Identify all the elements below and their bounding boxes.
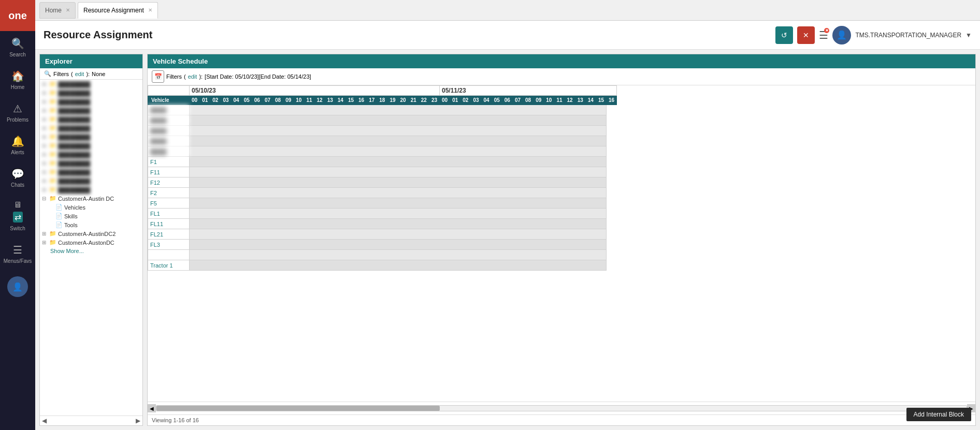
- hour-08-2: 08: [523, 96, 534, 105]
- vehicle-row-fl3[interactable]: FL3: [148, 240, 617, 250]
- schedule-filter-value: [Start Date: 05/10/23][End Date: 05/14/2…: [205, 73, 311, 80]
- hour-13: 13: [325, 96, 335, 105]
- user-avatar-sidebar[interactable]: 👤: [7, 276, 28, 297]
- tab-resource-close[interactable]: ✕: [148, 7, 152, 13]
- tree-item-show-more[interactable]: Show More...: [40, 247, 142, 255]
- content-area: Explorer 🔍 Filters (edit): None ⊞ 📁 ████…: [35, 50, 980, 430]
- warning-icon: ⚠: [13, 102, 22, 115]
- vehicle-cell-blurred-2: ████: [148, 115, 190, 126]
- vehicle-row-blurred-2: ████: [148, 115, 617, 126]
- tab-home[interactable]: Home ✕: [39, 2, 76, 19]
- date2-cell: 05/11/23: [440, 86, 617, 96]
- sidebar-item-alerts[interactable]: 🔔 Alerts: [0, 129, 35, 161]
- explorer-filter-edit[interactable]: edit: [75, 71, 84, 77]
- vehicle-row-blurred-5: ████: [148, 146, 617, 157]
- expander-austin2: ⊞: [42, 231, 49, 236]
- schedule-filter-label: Filters: [166, 73, 182, 80]
- hour-19: 19: [387, 96, 398, 105]
- hour-07: 07: [262, 96, 272, 105]
- hour-16-2: 16: [607, 96, 617, 105]
- scroll-left-arrow[interactable]: ◀: [42, 417, 47, 424]
- hour-05: 05: [241, 96, 252, 105]
- vehicle-row-tractor1[interactable]: Tractor 1: [148, 260, 617, 271]
- doc-icon-skills: 📄: [55, 213, 63, 219]
- vehicle-row-fl21[interactable]: FL21: [148, 229, 617, 240]
- tree-item-tools[interactable]: 📄 Tools: [40, 220, 142, 229]
- scroll-left-btn[interactable]: ◀: [148, 404, 156, 412]
- tree-item-customerA-austin[interactable]: ⊟ 📁 CustomerA-Austin DC: [40, 194, 142, 203]
- user-avatar[interactable]: 👤: [832, 26, 851, 45]
- vehicle-row-f2[interactable]: F2: [148, 188, 617, 198]
- schedule-filter-edit[interactable]: edit: [188, 73, 197, 80]
- folder-icon: 📁: [49, 125, 56, 131]
- schedule-footer: Viewing 1-16 of 16 Add Internal Block: [148, 414, 975, 425]
- sidebar-item-label-alerts: Alerts: [11, 150, 24, 155]
- folder-icon: 📁: [49, 116, 56, 123]
- date-header-row: 05/10/23 05/11/23: [148, 86, 617, 96]
- folder-icon: 📁: [49, 98, 56, 105]
- explorer-title: Explorer: [45, 57, 73, 65]
- hour-14-2: 14: [585, 96, 596, 105]
- close-button[interactable]: ✕: [797, 26, 815, 44]
- notifications-button[interactable]: ☰ ★: [819, 29, 828, 41]
- scrollbar-track[interactable]: [156, 405, 967, 411]
- horizontal-scrollbar[interactable]: ◀ ▶: [148, 402, 975, 414]
- hour-00: 00: [190, 96, 200, 105]
- expander-icon: ⊞: [42, 169, 49, 175]
- scroll-right-arrow[interactable]: ▶: [136, 417, 140, 424]
- vehicle-row-fl1[interactable]: FL1: [148, 209, 617, 219]
- vehicle-cell-blurred-3: ████: [148, 126, 190, 136]
- time-grid[interactable]: 05/10/23 05/11/23 Vehicle 00 01 02 03 04…: [148, 85, 975, 402]
- add-internal-block-button[interactable]: Add Internal Block: [906, 408, 971, 421]
- tree-item-skills[interactable]: 📄 Skills: [40, 212, 142, 220]
- vehicle-row-fl11[interactable]: FL11: [148, 219, 617, 229]
- folder-icon: 📁: [49, 169, 56, 175]
- folder-icon: 📁: [49, 177, 56, 184]
- search-icon: 🔍: [11, 37, 24, 50]
- user-dropdown-arrow[interactable]: ▼: [965, 32, 972, 39]
- tab-resource-label: Resource Assignment: [83, 7, 144, 14]
- hour-09-2: 09: [534, 96, 544, 105]
- hour-13-2: 13: [575, 96, 585, 105]
- calendar-icon[interactable]: 📅: [152, 70, 164, 83]
- expander-icon: ⊞: [42, 108, 49, 113]
- sidebar-item-home[interactable]: 🏠 Home: [0, 64, 35, 96]
- schedule-panel: Vehicle Schedule 📅 Filters (edit): [Star…: [147, 54, 976, 426]
- tree-item-vehicles[interactable]: 📄 Vehicles: [40, 203, 142, 212]
- folder-icon: 📁: [49, 160, 56, 167]
- vehicle-name-f5: F5: [148, 198, 190, 209]
- sidebar-item-menus[interactable]: ☰ Menus/Favs: [0, 238, 35, 270]
- sidebar-item-chats[interactable]: 💬 Chats: [0, 161, 35, 194]
- expander-icon-austin: ⊟: [42, 196, 49, 201]
- expander-icon: ⊞: [42, 143, 49, 149]
- explorer-filter-value: None: [92, 71, 105, 77]
- tree-item-customerA-austin2[interactable]: ⊞ 📁 CustomerA-AustinDC2: [40, 229, 142, 238]
- vehicle-row-f1[interactable]: F1: [148, 157, 617, 167]
- tab-home-close[interactable]: ✕: [66, 7, 70, 13]
- vehicle-name-fl3: FL3: [148, 240, 190, 250]
- hour-11-2: 11: [554, 96, 565, 105]
- expander-icon: ⊞: [42, 116, 49, 122]
- folder-icon: 📁: [49, 134, 56, 140]
- tab-resource-assignment[interactable]: Resource Assignment ✕: [78, 2, 158, 19]
- vehicle-row-blurred-1: ████: [148, 105, 617, 115]
- hour-23: 23: [429, 96, 439, 105]
- vehicle-row-f11[interactable]: F11: [148, 167, 617, 177]
- app-logo[interactable]: one: [0, 0, 35, 31]
- refresh-button[interactable]: ↺: [775, 26, 793, 44]
- expander-icon: ⊞: [42, 99, 49, 105]
- vehicle-row-f5[interactable]: F5: [148, 198, 617, 209]
- hour-07-2: 07: [512, 96, 523, 105]
- vehicle-name-f1: F1: [148, 157, 190, 167]
- sidebar-item-switch[interactable]: 🖥 ⇄ Switch: [0, 194, 35, 238]
- vehicle-row-f12[interactable]: F12: [148, 177, 617, 188]
- vehicle-name-f11: F11: [148, 167, 190, 177]
- scrollbar-thumb[interactable]: [156, 406, 440, 411]
- tree-item-customerA-auston[interactable]: ⊞ 📁 CustomerA-AustonDC: [40, 238, 142, 247]
- vehicle-cell-blurred-4: ████: [148, 136, 190, 146]
- vehicle-row-blurred-3: ████: [148, 126, 617, 136]
- sidebar-item-problems[interactable]: ⚠ Problems: [0, 96, 35, 129]
- tree-item-blurred-1: ⊞ 📁 ████████: [40, 80, 142, 88]
- sidebar-item-search[interactable]: 🔍 Search: [0, 31, 35, 64]
- tree-item-label-austin2: CustomerA-AustinDC2: [58, 231, 116, 237]
